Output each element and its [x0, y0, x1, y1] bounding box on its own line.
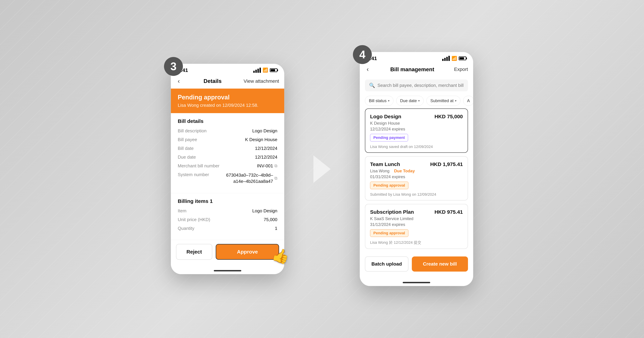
home-indicator-3: [171, 268, 284, 274]
step-3-badge: 3: [164, 57, 183, 76]
chevron-down-icon: ▾: [418, 99, 420, 103]
chevron-down-icon: ▾: [455, 99, 456, 103]
banner-title: Pending approval: [178, 94, 277, 101]
search-bar[interactable]: 🔍: [365, 79, 468, 91]
bill-card-team-lunch[interactable]: Team Lunch HKD 1,975.41 Lisa Wong Due To…: [365, 156, 468, 201]
battery-icon-4: [459, 56, 466, 60]
step-4-badge: 4: [353, 45, 372, 64]
detail-bill-description: Bill description Logo Design: [178, 128, 277, 134]
submitted-at-filter[interactable]: Submitted at ▾: [426, 96, 460, 106]
approve-button[interactable]: Approve: [216, 244, 279, 260]
bill-card-logo-design[interactable]: Logo Design HKD 75,000 K Design House 12…: [365, 108, 468, 153]
bill-details-section: Bill details Bill description Logo Desig…: [171, 113, 284, 193]
detail-item: Item Logo Design: [178, 208, 277, 214]
status-icons-3: 📶: [253, 67, 277, 73]
reject-button[interactable]: Reject: [176, 244, 212, 260]
status-badge-pending-approval-1: Pending approval: [370, 182, 408, 189]
due-date-filter[interactable]: Due date ▾: [396, 96, 424, 106]
status-bar-4: 9:41 📶: [360, 52, 473, 63]
action-bar-3: Reject Approve: [171, 240, 284, 268]
copy-merchant-bill-icon[interactable]: ⧉: [274, 163, 277, 168]
due-today-label: Due Today: [394, 169, 415, 173]
action-bar-4: Batch upload Create new bill: [360, 252, 473, 280]
banner-subtitle: Lisa Wong created on 12/09/2024 12:58.: [178, 103, 277, 108]
battery-icon-3: [270, 68, 277, 72]
bill-status-filter[interactable]: Bill status ▾: [365, 96, 394, 106]
copy-system-number-icon[interactable]: ⧉: [274, 176, 277, 181]
home-indicator-4: [360, 280, 473, 286]
detail-bill-payee: Bill payee K Design House: [178, 137, 277, 142]
wifi-icon-4: 📶: [452, 56, 457, 61]
back-button-4[interactable]: ‹: [365, 65, 370, 74]
nav-title-4: Bill management: [370, 66, 454, 73]
create-new-bill-button[interactable]: Create new bill: [412, 257, 468, 272]
status-icons-4: 📶: [442, 56, 466, 61]
phone-3: 3 9:41 📶 ‹ Details View att: [171, 64, 284, 274]
bill-details-title: Bill details: [178, 118, 277, 124]
billing-items-title: Billing items 1: [178, 198, 277, 204]
arrow-divider: [314, 155, 330, 183]
bill-card-subscription[interactable]: Subscription Plan HKD 975.41 K SaaS Serv…: [365, 204, 468, 249]
detail-unit-price: Unit price (HKD) 75,000: [178, 217, 277, 222]
phone-3-shell: 9:41 📶 ‹ Details View attachment: [171, 64, 284, 274]
status-bar-3: 9:41 📶: [171, 64, 284, 75]
nav-bar-4: ‹ Bill management Export: [360, 63, 473, 77]
phone-4-shell: 9:41 📶 ‹ Bill management Export: [360, 52, 473, 286]
signal-icon-4: [442, 56, 450, 61]
nav-bar-3: ‹ Details View attachment: [171, 75, 284, 89]
search-input[interactable]: [378, 83, 464, 88]
view-attachment-button[interactable]: View attachment: [244, 78, 279, 84]
billing-items-section: Billing items 1 Item Logo Design Unit pr…: [171, 193, 284, 240]
back-button-3[interactable]: ‹: [176, 76, 182, 86]
filter-bar: Bill status ▾ Due date ▾ Submitted at ▾ …: [360, 94, 473, 108]
status-badge-pending-approval-2: Pending approval: [370, 229, 408, 237]
chevron-down-icon: ▾: [388, 99, 390, 103]
wifi-icon-3: 📶: [262, 67, 268, 73]
pending-approval-banner: Pending approval Lisa Wong created on 12…: [171, 89, 284, 113]
detail-due-date: Due date 12/12/2024: [178, 154, 277, 160]
search-icon: 🔍: [369, 83, 375, 88]
detail-quantity: Quantity 1: [178, 226, 277, 231]
detail-bill-date: Bill date 12/12/2024: [178, 146, 277, 151]
export-button[interactable]: Export: [454, 67, 468, 72]
more-filter[interactable]: A: [463, 96, 473, 106]
detail-merchant-bill: Merchant bill number INV-001 ⧉: [178, 163, 277, 169]
nav-title-3: Details: [182, 78, 244, 84]
detail-system-number: System number 673043a0–732c–4b9d–a14e–4b…: [178, 172, 277, 185]
batch-upload-button[interactable]: Batch upload: [365, 257, 408, 272]
signal-icon-3: [253, 68, 261, 73]
bill-list: Logo Design HKD 75,000 K Design House 12…: [360, 108, 473, 249]
phone-4: 4 9:41 📶 ‹ Bill management: [360, 52, 473, 286]
status-badge-pending-payment: Pending payment: [370, 134, 408, 141]
